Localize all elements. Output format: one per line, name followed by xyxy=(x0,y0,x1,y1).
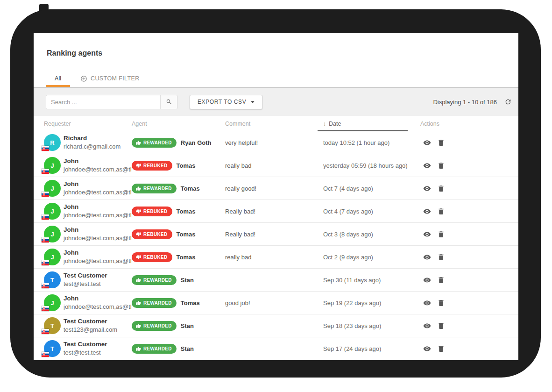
column-header-comment[interactable]: Comment xyxy=(225,121,323,127)
delete-button[interactable] xyxy=(437,299,445,307)
view-button[interactable] xyxy=(423,276,431,284)
search-input[interactable] xyxy=(46,95,160,109)
thumb-up-icon xyxy=(136,300,141,306)
table-row: T Test Customer test@test.test REWARDED xyxy=(34,337,518,360)
slovakia-flag-icon xyxy=(42,192,49,197)
ranking-badge: REBUKED xyxy=(132,207,172,216)
thumb-up-icon xyxy=(136,140,141,145)
avatar-initial: J xyxy=(50,299,54,306)
requester-identity: John johndoe@test.com,as@tl xyxy=(64,249,132,265)
agent-name: Ryan Goth xyxy=(181,139,212,146)
slovakia-flag-icon xyxy=(42,329,49,334)
delete-button[interactable] xyxy=(437,207,445,215)
ranking-badge-label: REBUKED xyxy=(143,209,168,214)
column-header-requester[interactable]: Requester xyxy=(44,121,132,127)
trash-icon xyxy=(437,253,445,261)
actions-cell xyxy=(420,253,518,261)
slovakia-flag-icon xyxy=(42,352,49,357)
export-to-csv-button[interactable]: EXPORT TO CSV xyxy=(190,95,262,109)
avatar: J xyxy=(44,203,61,220)
refresh-button[interactable] xyxy=(504,98,512,106)
agent-cell: REWARDED Stan xyxy=(132,321,225,331)
agent-name: Tomas xyxy=(177,254,196,261)
requester-identity: Richard richard.c@gmail.com xyxy=(64,134,120,151)
tab-custom-filter[interactable]: CUSTOM FILTER xyxy=(80,75,140,82)
agent-cell: REWARDED Stan xyxy=(132,275,225,285)
agent-cell: REBUKED Tomas xyxy=(132,229,225,239)
view-button[interactable] xyxy=(423,230,431,238)
requester-identity: Test Customer test@test.test xyxy=(64,340,107,357)
thumb-up-icon xyxy=(136,186,141,191)
tab-all[interactable]: All xyxy=(46,70,70,87)
slovakia-flag-icon xyxy=(42,146,49,151)
avatar-initial: T xyxy=(50,322,54,329)
column-header-date[interactable]: ↓ Date xyxy=(323,116,420,131)
agent-cell: REBUKED Tomas xyxy=(132,252,225,262)
view-button[interactable] xyxy=(423,322,431,330)
requester-identity: Test Customer test123@gmail.com xyxy=(64,317,117,334)
avatar: T xyxy=(44,340,61,357)
comment-cell: really bad xyxy=(225,162,323,169)
eye-icon xyxy=(423,276,431,284)
view-button[interactable] xyxy=(423,207,431,215)
actions-cell xyxy=(420,162,518,170)
column-header-agent[interactable]: Agent xyxy=(132,121,225,127)
ranking-badge: REBUKED xyxy=(132,161,172,171)
eye-icon xyxy=(423,322,431,330)
actions-cell xyxy=(420,299,518,307)
actions-cell xyxy=(420,322,518,330)
date-cell: Oct 3 (8 days ago) xyxy=(323,231,420,238)
table-body: R Richard richard.c@gmail.com REWARDED xyxy=(34,131,518,360)
date-cell: Sep 19 (22 days ago) xyxy=(323,299,420,306)
delete-button[interactable] xyxy=(437,276,445,284)
delete-button[interactable] xyxy=(437,230,445,238)
requester-name: John xyxy=(64,294,132,303)
thumb-down-icon xyxy=(136,163,141,168)
ranking-badge: REWARDED xyxy=(132,321,177,331)
delete-button[interactable] xyxy=(437,253,445,261)
eye-icon xyxy=(423,185,431,192)
agent-cell: REBUKED Tomas xyxy=(132,161,225,171)
delete-button[interactable] xyxy=(437,139,445,147)
avatar-initial: T xyxy=(50,345,54,352)
trash-icon xyxy=(437,139,445,147)
date-cell: Sep 18 (23 days ago) xyxy=(323,322,420,329)
requester-email: johndoe@test.com,as@tl xyxy=(64,188,132,197)
requester-email: test@test.test xyxy=(64,280,107,288)
requester-name: John xyxy=(64,157,132,165)
table-row: J John johndoe@test.com,as@tl REBUKED xyxy=(34,200,518,223)
requester-email: johndoe@test.com,as@tl xyxy=(64,303,132,311)
avatar: T xyxy=(44,317,61,334)
trash-icon xyxy=(437,207,445,215)
requester-cell: T Test Customer test123@gmail.com xyxy=(44,317,132,334)
view-button[interactable] xyxy=(423,185,431,192)
eye-icon xyxy=(423,207,431,215)
slovakia-flag-icon xyxy=(42,169,49,174)
agent-name: Tomas xyxy=(177,208,196,215)
ranking-badge-label: REWARDED xyxy=(143,186,172,191)
delete-button[interactable] xyxy=(437,345,445,353)
requester-name: John xyxy=(64,203,132,211)
table-row: T Test Customer test@test.test REWARDED xyxy=(34,269,518,292)
delete-button[interactable] xyxy=(437,162,445,170)
view-button[interactable] xyxy=(423,253,431,261)
view-button[interactable] xyxy=(423,299,431,307)
search-button[interactable] xyxy=(160,95,177,109)
slovakia-flag-icon xyxy=(42,283,49,288)
requester-identity: John johndoe@test.com,as@tl xyxy=(64,157,132,174)
avatar: R xyxy=(44,134,61,151)
delete-button[interactable] xyxy=(437,185,445,192)
trash-icon xyxy=(437,185,445,192)
agent-name: Stan xyxy=(181,277,194,284)
avatar: J xyxy=(44,180,61,197)
view-button[interactable] xyxy=(423,139,431,147)
view-button[interactable] xyxy=(423,345,431,353)
ranking-badge: REWARDED xyxy=(132,298,177,308)
date-cell: yesterday 05:59 (18 hours ago) xyxy=(323,162,420,169)
delete-button[interactable] xyxy=(437,322,445,330)
avatar-initial: T xyxy=(50,277,54,284)
agent-cell: REWARDED Stan xyxy=(132,344,225,354)
date-cell: Sep 17 (24 days ago) xyxy=(323,345,420,352)
slovakia-flag-icon xyxy=(42,214,49,220)
view-button[interactable] xyxy=(423,162,431,170)
